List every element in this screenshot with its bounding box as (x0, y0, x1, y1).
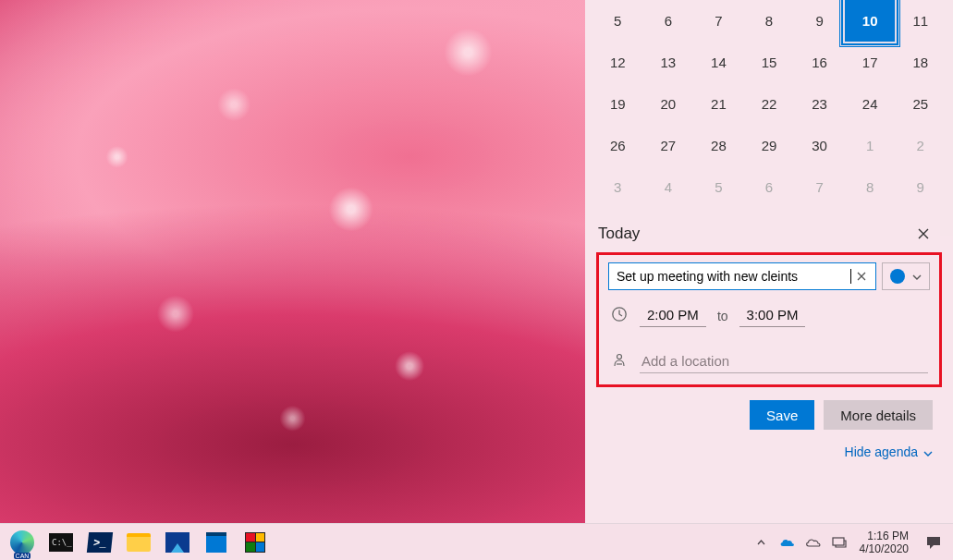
calendar-day[interactable]: 11 (895, 0, 946, 42)
calendar-day[interactable]: 9 (895, 166, 946, 208)
calendar-day[interactable]: 6 (744, 166, 795, 208)
end-time-field[interactable]: 3:00 PM (739, 305, 806, 327)
calendar-day[interactable]: 13 (643, 42, 694, 83)
folder-icon (127, 533, 151, 552)
tray-overflow-icon[interactable] (751, 524, 773, 561)
close-icon[interactable] (910, 221, 936, 247)
powershell-icon: >_ (87, 532, 113, 553)
calendar-day[interactable]: 5 (593, 0, 643, 42)
calendar-day[interactable]: 25 (895, 83, 946, 125)
calendar-day[interactable]: 1 (845, 125, 896, 166)
calendar-day[interactable]: 7 (794, 166, 845, 208)
calendar-day[interactable]: 17 (845, 42, 896, 83)
calendar-day[interactable]: 22 (744, 83, 795, 125)
onedrive-icon[interactable] (776, 524, 799, 561)
calendar-day[interactable]: 3 (593, 166, 643, 208)
terminal-icon: C:\_ (49, 533, 73, 552)
chevron-down-icon (912, 271, 922, 282)
event-title-input[interactable]: Set up meeting with new cleints (617, 269, 851, 284)
action-center-icon[interactable] (918, 535, 949, 550)
start-time-field[interactable]: 2:00 PM (640, 305, 706, 327)
more-details-button[interactable]: More details (824, 400, 933, 430)
category-picker[interactable] (882, 262, 930, 290)
calendar-day[interactable]: 8 (744, 0, 795, 42)
chevron-down-icon (923, 444, 933, 459)
calendar-day[interactable]: 26 (593, 125, 643, 166)
taskbar-right: 1:16 PM 4/10/2020 (751, 524, 953, 561)
taskbar-edge[interactable]: CAN (4, 524, 41, 561)
calendar-day[interactable]: 16 (794, 42, 845, 83)
event-title-input-wrap[interactable]: Set up meeting with new cleints (608, 262, 876, 290)
network-icon[interactable] (828, 524, 850, 561)
event-form: Set up meeting with new cleints 2:00 PM … (596, 252, 942, 387)
agenda-title: Today (598, 225, 640, 243)
clear-icon[interactable] (851, 266, 872, 286)
calendar-day[interactable]: 12 (593, 42, 643, 83)
location-icon (610, 351, 629, 371)
photos-icon (165, 532, 189, 553)
hide-agenda-link[interactable]: Hide agenda (593, 444, 933, 459)
calendar-day[interactable]: 15 (744, 42, 795, 83)
taskbar-left: CAN C:\_ >_ (0, 524, 274, 561)
desktop-wallpaper[interactable] (0, 0, 585, 523)
calendar-day[interactable]: 18 (895, 42, 946, 83)
taskbar-clock[interactable]: 1:16 PM 4/10/2020 (854, 530, 914, 555)
calendar-day[interactable]: 9 (794, 0, 845, 42)
taskbar-calendar[interactable] (198, 524, 235, 561)
calendar-day[interactable]: 6 (643, 0, 694, 42)
weather-icon[interactable] (802, 524, 825, 561)
calendar-day[interactable]: 2 (895, 125, 946, 166)
time-to-label: to (717, 309, 728, 323)
calendar-day[interactable]: 29 (744, 125, 795, 166)
calendar-day[interactable]: 7 (693, 0, 744, 42)
calendar-flyout: 5678910111213141516171819202122232425262… (585, 0, 953, 523)
calendar-grid: 5678910111213141516171819202122232425262… (593, 0, 946, 208)
powertoys-icon (245, 532, 265, 553)
taskbar-powertoys[interactable] (237, 524, 274, 561)
clock-icon (610, 306, 629, 326)
taskbar-date: 4/10/2020 (860, 542, 909, 555)
calendar-icon (206, 532, 226, 553)
svg-rect-2 (833, 538, 844, 545)
calendar-day[interactable]: 10 (845, 0, 896, 42)
calendar-day[interactable]: 21 (693, 83, 744, 125)
taskbar: CAN C:\_ >_ 1:16 PM 4/10/2020 (0, 523, 953, 560)
edge-badge: CAN (14, 553, 31, 559)
taskbar-powershell[interactable]: >_ (81, 524, 118, 561)
calendar-day[interactable]: 23 (794, 83, 845, 125)
category-dot-icon (890, 269, 905, 284)
calendar-day[interactable]: 19 (593, 83, 643, 125)
save-button[interactable]: Save (750, 400, 814, 430)
calendar-day[interactable]: 24 (845, 83, 896, 125)
calendar-day[interactable]: 14 (693, 42, 744, 83)
calendar-day[interactable]: 28 (693, 125, 744, 166)
svg-point-1 (617, 355, 622, 359)
location-input[interactable] (640, 349, 928, 373)
hide-agenda-label: Hide agenda (845, 444, 918, 459)
calendar-day[interactable]: 8 (845, 166, 896, 208)
edge-icon (10, 530, 34, 554)
calendar-day[interactable]: 30 (794, 125, 845, 166)
calendar-day[interactable]: 20 (643, 83, 694, 125)
calendar-day[interactable]: 4 (643, 166, 694, 208)
taskbar-explorer[interactable] (120, 524, 157, 561)
calendar-day[interactable]: 5 (693, 166, 744, 208)
taskbar-terminal[interactable]: C:\_ (43, 524, 79, 561)
taskbar-photos[interactable] (159, 524, 196, 561)
taskbar-time: 1:16 PM (860, 530, 909, 542)
calendar-day[interactable]: 27 (643, 125, 694, 166)
